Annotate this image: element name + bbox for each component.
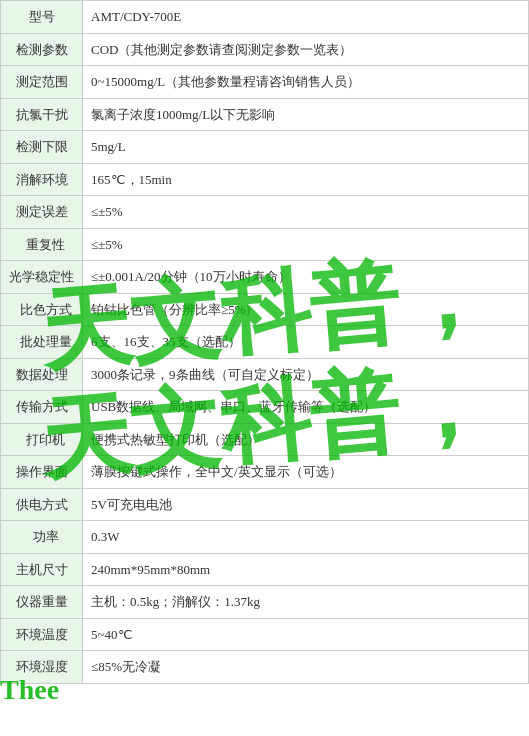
row-label-18: 仪器重量 bbox=[1, 586, 83, 619]
row-value-12: USB数据线、局域网、串口、蓝牙传输等（选配） bbox=[83, 391, 529, 424]
row-label-5: 消解环境 bbox=[1, 163, 83, 196]
row-value-6: ≤±5% bbox=[83, 196, 529, 229]
row-label-3: 抗氯干扰 bbox=[1, 98, 83, 131]
row-value-20: ≤85%无冷凝 bbox=[83, 651, 529, 684]
row-value-15: 5V可充电电池 bbox=[83, 488, 529, 521]
row-label-1: 检测参数 bbox=[1, 33, 83, 66]
row-label-17: 主机尺寸 bbox=[1, 553, 83, 586]
row-label-8: 光学稳定性 bbox=[1, 261, 83, 294]
row-label-0: 型号 bbox=[1, 1, 83, 34]
row-label-11: 数据处理 bbox=[1, 358, 83, 391]
row-label-6: 测定误差 bbox=[1, 196, 83, 229]
row-value-1: COD（其他测定参数请查阅测定参数一览表） bbox=[83, 33, 529, 66]
row-value-16: 0.3W bbox=[83, 521, 529, 554]
row-label-16: 功率 bbox=[1, 521, 83, 554]
row-value-13: 便携式热敏型打印机（选配） bbox=[83, 423, 529, 456]
spec-table: 型号AMT/CDY-700E检测参数COD（其他测定参数请查阅测定参数一览表）测… bbox=[0, 0, 529, 684]
row-value-7: ≤±5% bbox=[83, 228, 529, 261]
row-label-2: 测定范围 bbox=[1, 66, 83, 99]
row-value-10: 6支、16支、35支（选配） bbox=[83, 326, 529, 359]
row-value-18: 主机：0.5kg；消解仪：1.37kg bbox=[83, 586, 529, 619]
row-label-7: 重复性 bbox=[1, 228, 83, 261]
row-value-8: ≤±0.001A/20分钟（10万小时寿命） bbox=[83, 261, 529, 294]
row-value-11: 3000条记录，9条曲线（可自定义标定） bbox=[83, 358, 529, 391]
row-label-15: 供电方式 bbox=[1, 488, 83, 521]
row-value-4: 5mg/L bbox=[83, 131, 529, 164]
row-value-0: AMT/CDY-700E bbox=[83, 1, 529, 34]
row-value-14: 薄膜按键式操作，全中文/英文显示（可选） bbox=[83, 456, 529, 489]
row-label-4: 检测下限 bbox=[1, 131, 83, 164]
row-value-3: 氯离子浓度1000mg/L以下无影响 bbox=[83, 98, 529, 131]
row-value-5: 165℃，15min bbox=[83, 163, 529, 196]
row-label-20: 环境湿度 bbox=[1, 651, 83, 684]
row-label-14: 操作界面 bbox=[1, 456, 83, 489]
row-value-9: 铂钴比色管（分辨比率≥5%） bbox=[83, 293, 529, 326]
row-value-19: 5~40℃ bbox=[83, 618, 529, 651]
row-value-17: 240mm*95mm*80mm bbox=[83, 553, 529, 586]
row-label-9: 比色方式 bbox=[1, 293, 83, 326]
row-label-10: 批处理量 bbox=[1, 326, 83, 359]
row-label-12: 传输方式 bbox=[1, 391, 83, 424]
row-label-19: 环境温度 bbox=[1, 618, 83, 651]
row-label-13: 打印机 bbox=[1, 423, 83, 456]
row-value-2: 0~15000mg/L（其他参数量程请咨询销售人员） bbox=[83, 66, 529, 99]
